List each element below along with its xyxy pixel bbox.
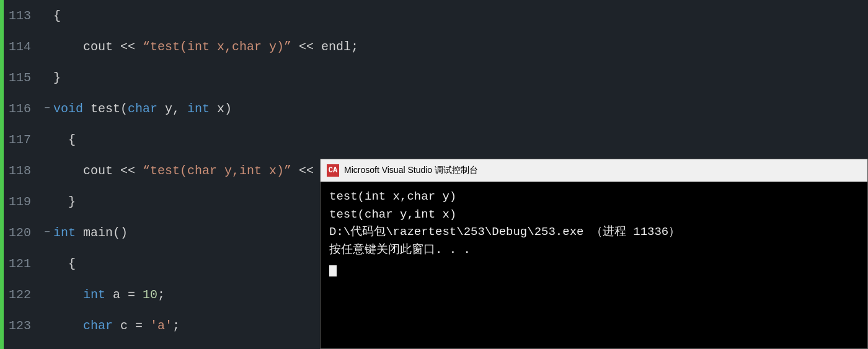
line-gutter: − [41,227,53,238]
code-token: “test(char y,int x)” [143,164,291,178]
line-number: 123 [4,319,41,333]
line-content: { [53,133,76,147]
code-token: { [53,9,61,23]
code-line-116: 116−void test(char y, int x) [4,93,868,124]
code-token [53,319,83,333]
line-content: char c = 'a'; [53,319,180,333]
line-number: 122 [4,288,41,302]
line-content: } [53,195,76,209]
code-token: int [53,226,76,240]
code-token: “test(int x,char y)” [143,40,291,54]
console-window[interactable]: CA Microsoft Visual Studio 调试控制台 test(in… [320,159,868,349]
line-number: 118 [4,164,41,178]
code-token: char [83,319,113,333]
code-line-115: 115} [4,62,868,93]
console-line: test(int x,char y) [329,188,859,206]
line-content: { [53,257,76,271]
code-line-113: 113{ [4,0,868,31]
line-gutter: − [41,103,53,114]
editor-container: 113{114 cout << “test(int x,char y)” << … [0,0,868,349]
code-token [53,288,83,302]
line-content: cout << “test(char y,int x)” << endl; [53,164,358,178]
code-line-117: 117 { [4,124,868,155]
line-number: 120 [4,226,41,240]
console-titlebar: CA Microsoft Visual Studio 调试控制台 [321,159,867,182]
line-content: } [53,71,61,85]
code-token: test( [83,102,128,116]
code-line-114: 114 cout << “test(int x,char y)” << endl… [4,31,868,62]
code-token: << endl; [291,40,358,54]
code-token: ; [172,319,180,333]
code-token: } [53,195,76,209]
console-line: D:\代码包\razertest\253\Debug\253.exe （进程 1… [329,223,859,241]
code-token: << [120,164,143,178]
console-line: 按任意键关闭此窗口. . . [329,241,859,259]
code-token: void [53,102,83,116]
line-number: 113 [4,9,41,23]
code-token: y, [157,102,187,116]
code-token: char [128,102,157,116]
code-token: 10 [143,288,157,302]
code-token: << [120,40,143,54]
line-number: 117 [4,133,41,147]
line-content: int main() [53,226,128,240]
line-number: 115 [4,71,41,85]
code-token: main() [76,226,128,240]
code-token: int [187,102,210,116]
line-content: cout << “test(int x,char y)” << endl; [53,40,358,54]
console-cursor-line [329,258,859,276]
code-token: int [83,288,105,302]
code-token: } [53,71,61,85]
code-token: c = [113,319,150,333]
console-line: test(char y,int x) [329,206,859,224]
code-token: cout [53,40,120,54]
line-content: void test(char y, int x) [53,102,232,116]
console-icon: CA [327,164,339,177]
line-number: 119 [4,195,41,209]
code-token: a = [105,288,143,302]
line-number: 116 [4,102,41,116]
line-content: { [53,9,61,23]
code-token: x) [210,102,232,116]
code-token: { [53,257,76,271]
line-content: int a = 10; [53,288,165,302]
code-token: ; [157,288,165,302]
console-cursor [329,265,337,276]
console-body: test(int x,char y)test(char y,int x)D:\代… [321,182,867,348]
console-icon-text: CA [329,166,337,175]
code-token: cout [53,164,120,178]
line-number: 114 [4,40,41,54]
code-token: 'a' [150,319,172,333]
code-token: { [53,133,76,147]
console-title: Microsoft Visual Studio 调试控制台 [344,165,478,176]
line-number: 121 [4,257,41,271]
